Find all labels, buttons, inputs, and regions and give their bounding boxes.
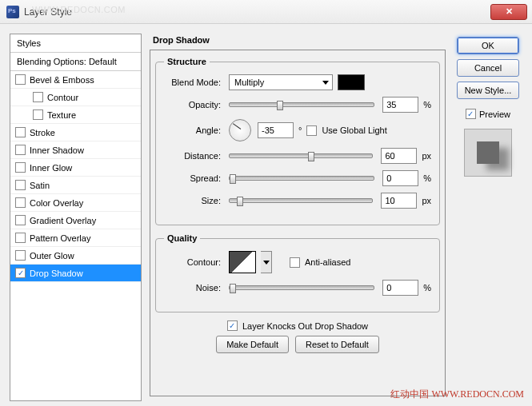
- sidebar-item-label: Inner Shadow: [30, 145, 84, 155]
- unit-pct: %: [423, 283, 431, 293]
- preview-label: Preview: [479, 109, 510, 119]
- spread-field[interactable]: 0: [382, 170, 418, 186]
- chevron-down-icon: [322, 81, 329, 85]
- sidebar-item-label: Gradient Overlay: [30, 216, 96, 225]
- sidebar-item-inner-shadow[interactable]: Inner Shadow: [10, 141, 141, 159]
- sidebar-item-pattern-overlay[interactable]: Pattern Overlay: [10, 229, 141, 247]
- anti-aliased-label: Anti-aliased: [305, 257, 350, 267]
- app-icon: [6, 6, 19, 18]
- unit-pct: %: [423, 173, 431, 183]
- sidebar-item-inner-glow[interactable]: Inner Glow: [10, 159, 141, 177]
- anti-aliased-checkbox[interactable]: [290, 257, 300, 268]
- structure-group: Structure Blend Mode: Multiply Opacity: …: [155, 57, 440, 225]
- angle-dial[interactable]: [229, 119, 251, 141]
- checkbox-icon[interactable]: [15, 233, 26, 243]
- ok-button[interactable]: OK: [457, 37, 519, 54]
- sidebar-item-outer-glow[interactable]: Outer Glow: [10, 247, 141, 265]
- preview-checkbox[interactable]: ✓: [466, 109, 476, 119]
- sidebar-item-label: Inner Glow: [30, 163, 72, 173]
- distance-label: Distance:: [164, 151, 224, 161]
- sidebar-item-label: Drop Shadow: [30, 269, 83, 278]
- checkbox-icon[interactable]: ✓: [15, 268, 26, 278]
- global-light-checkbox[interactable]: [306, 125, 317, 136]
- checkbox-icon[interactable]: [15, 215, 26, 225]
- unit-px: px: [422, 196, 431, 205]
- sidebar-item-label: Bevel & Emboss: [30, 75, 94, 85]
- sidebar-item-label: Stroke: [30, 128, 55, 137]
- checkbox-icon[interactable]: [33, 109, 43, 120]
- size-field[interactable]: 10: [381, 193, 417, 209]
- noise-field[interactable]: 0: [382, 280, 418, 296]
- panel-title: Drop Shadow: [150, 34, 446, 50]
- sidebar-item-drop-shadow[interactable]: ✓ Drop Shadow: [10, 265, 141, 282]
- checkbox-icon[interactable]: [15, 180, 26, 190]
- spread-slider[interactable]: [229, 176, 374, 181]
- sidebar-item-texture[interactable]: Texture: [10, 106, 141, 124]
- blend-mode-select[interactable]: Multiply: [229, 74, 333, 90]
- unit-pct: %: [423, 100, 431, 109]
- settings-panel: Structure Blend Mode: Multiply Opacity: …: [150, 50, 446, 396]
- checkbox-icon[interactable]: [33, 92, 43, 102]
- watermark-bottom: 红动中国 WWW.REDOCN.COM: [390, 388, 524, 401]
- unit-px: px: [422, 151, 431, 161]
- new-style-button[interactable]: New Style...: [457, 82, 519, 99]
- unit-deg: °: [298, 125, 302, 135]
- checkbox-icon[interactable]: [15, 74, 26, 85]
- distance-slider[interactable]: [229, 153, 373, 158]
- noise-slider[interactable]: [229, 285, 374, 290]
- quality-legend: Quality: [164, 233, 200, 243]
- opacity-field[interactable]: 35: [382, 97, 418, 113]
- watermark-top: WWW.REDOCN.COM: [32, 5, 126, 14]
- sidebar-item-label: Pattern Overlay: [30, 233, 90, 243]
- size-slider[interactable]: [229, 198, 373, 203]
- angle-label: Angle:: [164, 125, 224, 135]
- distance-field[interactable]: 60: [381, 148, 417, 164]
- sidebar-item-label: Texture: [47, 110, 76, 120]
- blend-mode-value: Multiply: [234, 78, 264, 87]
- checkbox-icon[interactable]: [15, 250, 26, 261]
- sidebar-header[interactable]: Styles: [10, 34, 141, 53]
- structure-legend: Structure: [164, 57, 210, 66]
- sidebar-item-label: Contour: [47, 93, 78, 102]
- sidebar-item-color-overlay[interactable]: Color Overlay: [10, 194, 141, 212]
- checkbox-icon[interactable]: [15, 162, 26, 173]
- sidebar-item-stroke[interactable]: Stroke: [10, 124, 141, 141]
- sidebar-item-label: Outer Glow: [30, 251, 74, 261]
- reset-default-button[interactable]: Reset to Default: [295, 336, 379, 353]
- contour-picker[interactable]: [261, 251, 272, 273]
- spread-label: Spread:: [164, 173, 224, 183]
- blending-options[interactable]: Blending Options: Default: [10, 53, 141, 71]
- sidebar-item-label: Satin: [30, 181, 50, 190]
- sidebar-item-satin[interactable]: Satin: [10, 177, 141, 194]
- global-light-label: Use Global Light: [322, 125, 386, 135]
- chevron-down-icon: [263, 261, 270, 265]
- knockout-label: Layer Knocks Out Drop Shadow: [242, 321, 368, 331]
- blend-mode-label: Blend Mode:: [164, 78, 224, 87]
- close-button[interactable]: ✕: [490, 4, 527, 20]
- contour-preview[interactable]: [229, 251, 256, 273]
- size-label: Size:: [164, 196, 224, 205]
- checkbox-icon[interactable]: [15, 145, 26, 155]
- shadow-color-swatch[interactable]: [338, 74, 365, 90]
- close-icon: ✕: [506, 6, 513, 17]
- make-default-button[interactable]: Make Default: [216, 336, 289, 353]
- angle-field[interactable]: -35: [258, 122, 294, 138]
- sidebar-item-label: Color Overlay: [30, 198, 83, 208]
- checkbox-icon[interactable]: [15, 197, 26, 208]
- opacity-label: Opacity:: [164, 100, 224, 109]
- cancel-button[interactable]: Cancel: [457, 59, 519, 77]
- quality-group: Quality Contour: Anti-aliased Noise: 0 %: [155, 233, 440, 312]
- styles-sidebar: Styles Blending Options: Default Bevel &…: [10, 34, 142, 401]
- knockout-checkbox[interactable]: ✓: [227, 320, 238, 331]
- preview-thumbnail: [464, 129, 512, 177]
- sidebar-item-bevel-emboss[interactable]: Bevel & Emboss: [10, 71, 141, 89]
- noise-label: Noise:: [164, 283, 224, 293]
- sidebar-item-contour[interactable]: Contour: [10, 89, 141, 106]
- checkbox-icon[interactable]: [15, 127, 26, 137]
- sidebar-item-gradient-overlay[interactable]: Gradient Overlay: [10, 212, 141, 229]
- opacity-slider[interactable]: [229, 102, 374, 107]
- contour-label: Contour:: [164, 257, 224, 267]
